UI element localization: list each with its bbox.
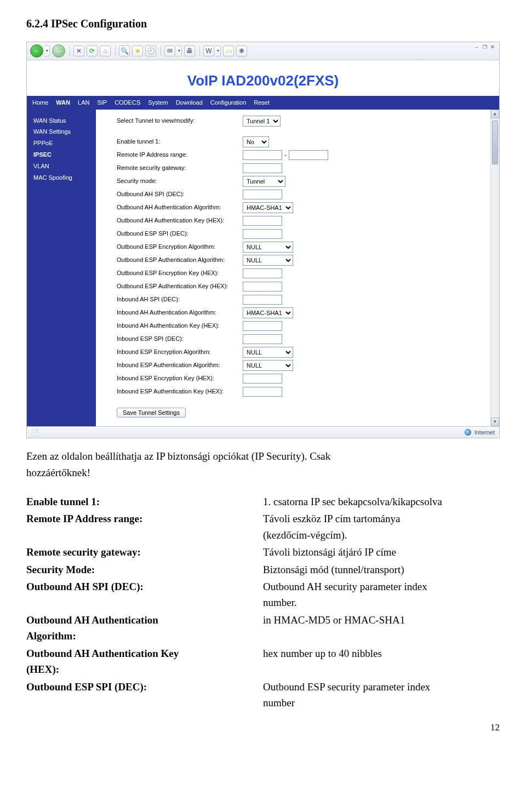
- menu-codecs[interactable]: CODECS: [115, 98, 140, 107]
- browser-statusbar: 📄 Internet: [27, 426, 499, 438]
- in-esp-auth-key-label: Inbound ESP Authentication Key (HEX):: [117, 387, 243, 396]
- select-tunnel-label: Select Tunnel to view/modify:: [117, 116, 243, 125]
- out-ah-auth-key-input[interactable]: [243, 216, 282, 226]
- internet-zone-label: Internet: [474, 428, 495, 437]
- def-text: Távoli eszköz IP cím tartománya(kezdőcím…: [263, 511, 500, 544]
- out-ah-spi-input[interactable]: [243, 190, 282, 199]
- out-esp-spi-input[interactable]: [243, 229, 282, 239]
- sidebar-pppoe[interactable]: PPPoE: [33, 138, 90, 149]
- favorites-button[interactable]: ★: [132, 45, 143, 56]
- in-esp-auth-algo-select[interactable]: NULL: [243, 360, 293, 371]
- out-ah-spi-label: Outbound AH SPI (DEC):: [117, 190, 243, 199]
- def-term: Outbound AH SPI (DEC):: [26, 579, 263, 612]
- menu-configuration[interactable]: Configuration: [210, 98, 246, 107]
- def-text: hex number up to 40 nibbles: [263, 645, 500, 679]
- def-text: Távoli biztonsági átjáró IP címe: [263, 544, 500, 561]
- remote-ip-label: Remote IP Address range:: [117, 150, 243, 159]
- out-esp-enc-key-label: Outbound ESP Encryption Key (HEX):: [117, 268, 243, 278]
- toolbar-separator: [161, 46, 161, 56]
- refresh-button[interactable]: ⟳: [87, 45, 98, 56]
- scroll-down-arrow[interactable]: ▾: [491, 418, 499, 426]
- history-button[interactable]: 🕘: [145, 45, 156, 56]
- in-ah-auth-key-label: Inbound AH Authentication Key (HEX):: [117, 321, 243, 330]
- in-esp-auth-algo-label: Inbound ESP Authentication Algorithm:: [117, 361, 243, 370]
- back-button[interactable]: ←: [30, 44, 43, 58]
- caption-line2: hozzáértőknek!: [26, 467, 90, 478]
- scroll-thumb[interactable]: [492, 121, 498, 164]
- def-term: Enable tunnel 1:: [26, 494, 263, 511]
- print-button[interactable]: 🖶: [184, 45, 195, 56]
- in-ah-spi-input[interactable]: [243, 295, 282, 305]
- page-banner: VoIP IAD200v02(2FXS): [27, 60, 499, 96]
- in-ah-auth-key-input[interactable]: [243, 321, 282, 331]
- out-esp-auth-key-input[interactable]: [243, 282, 282, 291]
- out-esp-enc-key-input[interactable]: [243, 268, 282, 278]
- security-mode-select[interactable]: Tunnel: [243, 176, 285, 187]
- word-button[interactable]: W: [203, 45, 214, 56]
- sidebar-mac-spoofing[interactable]: MAC Spoofing: [33, 172, 90, 184]
- in-esp-spi-input[interactable]: [243, 334, 282, 344]
- mail-dropdown[interactable]: ▾: [176, 45, 182, 56]
- out-ah-auth-algo-label: Outbound AH Authentication Algorithm:: [117, 203, 243, 212]
- enable-tunnel-label: Enable tunnel 1:: [117, 137, 243, 146]
- remote-gateway-label: Remote security gateway:: [117, 163, 243, 173]
- out-ah-auth-algo-select[interactable]: HMAC-SHA1: [243, 202, 293, 213]
- browser-toolbar: ← ▾ → ✕ ⟳ ⌂ 🔍 ★ 🕘 ✉ ▾ 🖶 W ▾ ▭ ❋ – ❐ ✕: [27, 42, 499, 60]
- out-esp-auth-algo-label: Outbound ESP Authentication Algorithm:: [117, 255, 243, 265]
- in-esp-enc-algo-select[interactable]: NULL: [243, 347, 293, 358]
- out-esp-auth-key-label: Outbound ESP Authentication Key (HEX):: [117, 282, 243, 291]
- form-area: Select Tunnel to view/modify: Tunnel 1 E…: [96, 110, 499, 426]
- sidebar-vlan[interactable]: VLAN: [33, 161, 90, 172]
- menu-download[interactable]: Download: [176, 98, 203, 107]
- word-dropdown[interactable]: ▾: [215, 45, 221, 56]
- stop-button[interactable]: ✕: [73, 45, 84, 56]
- sidebar: WAN Status WAN Settings PPPoE IPSEC VLAN…: [27, 110, 96, 426]
- status-page-icon: 📄: [31, 428, 39, 437]
- restore-button[interactable]: ❐: [483, 45, 489, 50]
- def-term: Remote security gateway:: [26, 544, 263, 561]
- vertical-scrollbar[interactable]: ▴ ▾: [490, 110, 499, 426]
- out-esp-auth-algo-select[interactable]: NULL: [243, 255, 293, 266]
- menu-home[interactable]: Home: [32, 98, 48, 107]
- def-term: Outbound ESP SPI (DEC):: [26, 679, 263, 712]
- in-esp-spi-label: Inbound ESP SPI (DEC):: [117, 334, 243, 344]
- notes-button[interactable]: ▭: [223, 45, 234, 56]
- menu-wan[interactable]: WAN: [56, 98, 70, 107]
- def-term: Outbound AH Authentication Key(HEX):: [26, 645, 263, 679]
- sidebar-ipsec[interactable]: IPSEC: [33, 149, 90, 161]
- menu-reset[interactable]: Reset: [254, 98, 270, 107]
- in-esp-auth-key-input[interactable]: [243, 387, 282, 397]
- toolbar-separator: [70, 46, 70, 56]
- select-tunnel[interactable]: Tunnel 1: [243, 116, 281, 127]
- msn-button[interactable]: ❋: [236, 45, 247, 56]
- in-esp-enc-key-input[interactable]: [243, 374, 282, 384]
- home-button[interactable]: ⌂: [100, 45, 111, 56]
- search-button[interactable]: 🔍: [119, 45, 130, 56]
- def-term: Outbound AH AuthenticationAlgorithm:: [26, 612, 263, 645]
- definitions-table: Enable tunnel 1: 1. csatorna IP sec beka…: [26, 494, 500, 712]
- in-ah-auth-algo-select[interactable]: HMAC-SHA1: [243, 307, 293, 318]
- def-text: in HMAC-MD5 or HMAC-SHA1: [263, 612, 500, 645]
- menu-lan[interactable]: LAN: [78, 98, 89, 107]
- back-dropdown[interactable]: ▾: [44, 45, 50, 56]
- sidebar-wan-settings[interactable]: WAN Settings: [33, 126, 90, 138]
- scroll-up-arrow[interactable]: ▴: [491, 110, 499, 118]
- close-button[interactable]: ✕: [490, 45, 497, 50]
- remote-ip-end[interactable]: [289, 150, 328, 160]
- section-title: 6.2.4 IPSec Configuration: [26, 15, 500, 32]
- in-esp-enc-key-label: Inbound ESP Encryption Key (HEX):: [117, 374, 243, 383]
- menu-system[interactable]: System: [148, 98, 168, 107]
- out-esp-enc-algo-select[interactable]: NULL: [243, 242, 293, 253]
- minimize-button[interactable]: –: [475, 45, 482, 50]
- screenshot-window: ← ▾ → ✕ ⟳ ⌂ 🔍 ★ 🕘 ✉ ▾ 🖶 W ▾ ▭ ❋ – ❐ ✕: [26, 42, 500, 438]
- remote-ip-start[interactable]: [243, 150, 282, 160]
- out-esp-enc-algo-label: Outbound ESP Encryption Algorithm:: [117, 242, 243, 251]
- out-ah-auth-key-label: Outbound AH Authentication Key (HEX):: [117, 216, 243, 225]
- forward-button[interactable]: →: [52, 44, 65, 58]
- menu-sip[interactable]: SIP: [97, 98, 107, 107]
- remote-gateway-input[interactable]: [243, 163, 282, 173]
- enable-tunnel-select[interactable]: No: [243, 136, 269, 147]
- sidebar-wan-status[interactable]: WAN Status: [33, 115, 90, 127]
- save-tunnel-button[interactable]: Save Tunnel Settings: [117, 408, 186, 418]
- mail-button[interactable]: ✉: [164, 45, 175, 56]
